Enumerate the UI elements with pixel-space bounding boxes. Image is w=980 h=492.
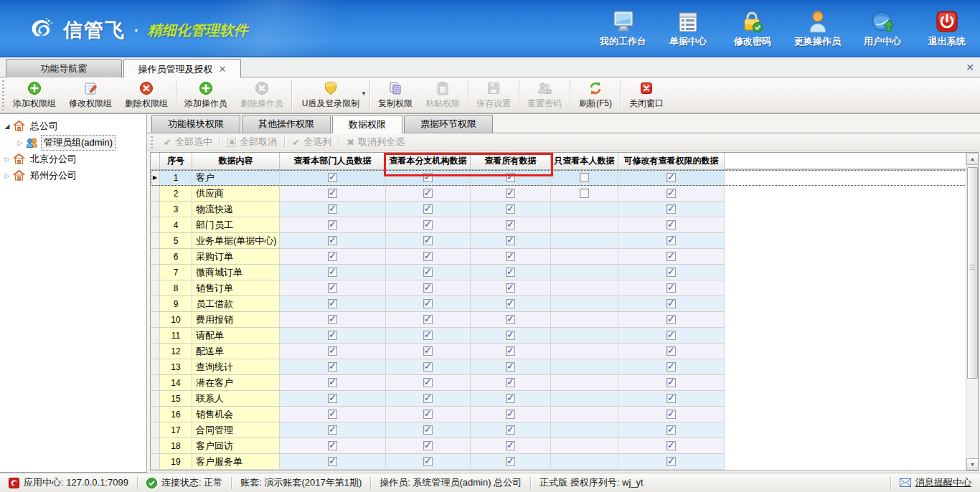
permission-checkbox[interactable] [328, 362, 337, 372]
permission-checkbox[interactable] [328, 346, 337, 356]
permission-checkbox[interactable] [666, 220, 676, 230]
can-modify-cell[interactable] [618, 344, 725, 359]
permission-checkbox[interactable] [506, 268, 515, 277]
table-row[interactable]: 4 部门员工 [151, 217, 978, 233]
can-modify-cell[interactable] [618, 249, 725, 265]
scroll-up-icon[interactable]: ▲ [966, 153, 979, 165]
permission-checkbox[interactable] [666, 394, 676, 403]
permission-checkbox[interactable] [506, 441, 515, 450]
tab-close-icon[interactable]: ✕ [219, 64, 227, 75]
reset-password-button[interactable]: 重置密码 [521, 77, 568, 113]
tree-node-beijing-branch[interactable]: ▷ 北京分公司 [0, 151, 146, 167]
view-all-cell[interactable] [471, 217, 551, 233]
view-branch-cell[interactable] [386, 265, 471, 280]
cancel-all-button[interactable]: ✖ 全部取消 [220, 136, 284, 148]
view-branch-cell[interactable] [386, 249, 471, 265]
table-row[interactable]: 16 销售机会 [151, 407, 978, 422]
can-modify-cell[interactable] [618, 454, 725, 470]
permission-checkbox[interactable] [328, 331, 337, 340]
nav-exit-system[interactable]: 退出系统 [924, 9, 970, 48]
permission-checkbox[interactable] [666, 189, 676, 198]
view-self-only-cell[interactable] [551, 359, 618, 375]
view-branch-cell[interactable] [386, 217, 471, 233]
permission-checkbox[interactable] [423, 252, 433, 261]
permission-checkbox[interactable] [423, 268, 433, 277]
view-branch-cell[interactable] [386, 280, 471, 296]
view-branch-cell[interactable] [386, 170, 471, 186]
permission-checkbox[interactable] [328, 457, 337, 466]
view-branch-cell[interactable] [386, 202, 471, 217]
view-self-only-cell[interactable] [551, 233, 618, 249]
delete-operator-button[interactable]: 删除操作员 [234, 77, 290, 113]
can-modify-cell[interactable] [618, 407, 725, 422]
refresh-button[interactable]: 刷新(F5) [572, 77, 619, 113]
view-all-cell[interactable] [471, 170, 551, 186]
permission-checkbox[interactable] [423, 189, 433, 198]
tree-node-head-office[interactable]: ◢ 总公司 [0, 118, 146, 134]
tree-expander-icon[interactable]: ▷ [3, 156, 11, 163]
view-self-only-cell[interactable] [551, 375, 618, 391]
permission-checkbox[interactable] [423, 283, 433, 293]
permission-checkbox[interactable] [423, 378, 433, 387]
view-all-cell[interactable] [471, 328, 551, 344]
add-permission-group-button[interactable]: 添加权限组 [6, 77, 62, 113]
view-self-only-cell[interactable] [551, 344, 618, 359]
column-header-can-modify[interactable]: 可修改有查看权限的数据 [618, 153, 725, 169]
permission-checkbox[interactable] [666, 252, 676, 261]
permission-checkbox[interactable] [666, 173, 676, 182]
view-branch-cell[interactable] [386, 344, 471, 359]
paste-permission-button[interactable]: 粘贴权限 [419, 77, 466, 113]
view-branch-cell[interactable] [386, 375, 471, 391]
view-self-only-cell[interactable] [551, 217, 618, 233]
view-branch-cell[interactable] [386, 186, 471, 202]
table-row[interactable]: 11 请配单 [151, 328, 978, 344]
view-department-cell[interactable] [280, 359, 386, 375]
permission-checkbox[interactable] [666, 441, 676, 450]
permission-checkbox[interactable] [506, 378, 515, 387]
permission-checkbox[interactable] [423, 425, 433, 435]
permission-checkbox[interactable] [666, 457, 676, 466]
permission-checkbox[interactable] [666, 315, 676, 324]
view-self-only-cell[interactable] [551, 186, 618, 202]
table-row[interactable]: 2 供应商 [151, 186, 978, 202]
permission-checkbox[interactable] [506, 362, 515, 372]
permission-checkbox[interactable] [328, 299, 337, 308]
table-row[interactable]: 18 客户回访 [151, 438, 978, 454]
scroll-down-icon[interactable]: ▼ [966, 458, 979, 470]
permission-checkbox[interactable] [328, 252, 337, 261]
table-row[interactable]: 8 销售订单 [151, 280, 978, 296]
tree-expander-icon[interactable]: ◢ [3, 123, 11, 130]
column-header-view-department[interactable]: 查看本部门人员数据 [280, 153, 386, 169]
permission-checkbox[interactable] [328, 410, 337, 419]
view-self-only-cell[interactable] [551, 202, 618, 217]
nav-change-password[interactable]: 修改密码 [730, 9, 776, 48]
table-row[interactable]: 14 潜在客户 [151, 375, 978, 391]
can-modify-cell[interactable] [618, 217, 725, 233]
delete-permission-group-button[interactable]: 删除权限组 [118, 77, 174, 113]
view-all-cell[interactable] [471, 202, 551, 217]
table-row[interactable]: 10 费用报销 [151, 312, 978, 328]
view-self-only-cell[interactable] [551, 296, 618, 312]
can-modify-cell[interactable] [618, 328, 725, 344]
table-row[interactable]: ▶ 1 客户 [151, 170, 978, 186]
permission-checkbox[interactable] [580, 173, 589, 182]
tab-other-operation-permissions[interactable]: 其他操作权限 [242, 115, 331, 133]
view-all-cell[interactable] [471, 186, 551, 202]
scrollbar-thumb[interactable] [967, 167, 978, 379]
view-department-cell[interactable] [280, 202, 386, 217]
view-all-cell[interactable] [471, 454, 551, 470]
permission-checkbox[interactable] [666, 410, 676, 419]
view-self-only-cell[interactable] [551, 422, 618, 438]
can-modify-cell[interactable] [618, 375, 725, 391]
view-all-cell[interactable] [471, 249, 551, 265]
permission-checkbox[interactable] [328, 378, 337, 387]
edit-permission-group-button[interactable]: 修改权限组 [62, 77, 118, 113]
permission-checkbox[interactable] [423, 315, 433, 324]
cancel-column-button[interactable]: ✖ 取消列全选 [339, 136, 412, 148]
view-department-cell[interactable] [280, 296, 386, 312]
permission-checkbox[interactable] [506, 220, 515, 230]
permission-checkbox[interactable] [328, 394, 337, 403]
view-department-cell[interactable] [280, 407, 386, 422]
nav-document-center[interactable]: 单据中心 [665, 9, 711, 48]
permission-checkbox[interactable] [506, 410, 515, 419]
